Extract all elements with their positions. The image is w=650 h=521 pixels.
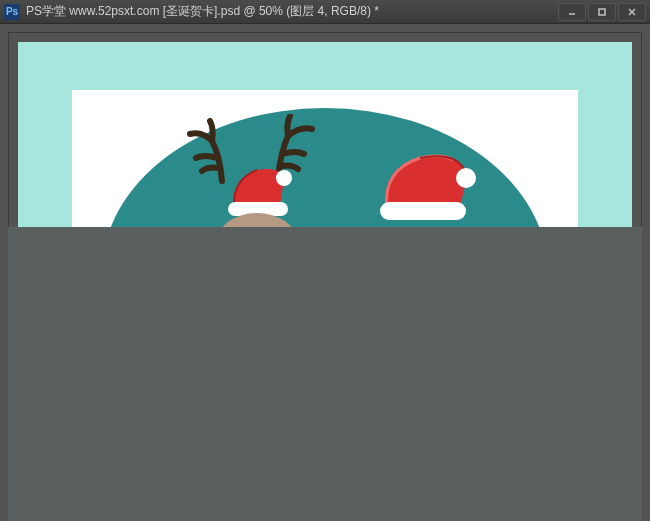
svg-rect-8 bbox=[380, 202, 466, 220]
canvas-viewport[interactable] bbox=[8, 32, 642, 521]
minimize-icon bbox=[567, 7, 577, 17]
close-icon bbox=[627, 7, 637, 17]
titlebar: Ps PS学堂 www.52psxt.com [圣诞贺卡].psd @ 50% … bbox=[0, 0, 650, 24]
svg-point-4 bbox=[276, 170, 292, 186]
minimize-button[interactable] bbox=[558, 3, 586, 21]
app-icon-label: Ps bbox=[6, 6, 18, 17]
svg-point-7 bbox=[456, 168, 476, 188]
svg-rect-1 bbox=[599, 9, 605, 15]
window-title: PS学堂 www.52psxt.com [圣诞贺卡].psd @ 50% (图层… bbox=[26, 3, 558, 20]
santa-hat bbox=[372, 148, 482, 228]
content-area bbox=[0, 24, 650, 521]
window-controls bbox=[558, 3, 646, 21]
photoshop-icon: Ps bbox=[4, 4, 20, 20]
maximize-icon bbox=[597, 7, 607, 17]
photoshop-window: Ps PS学堂 www.52psxt.com [圣诞贺卡].psd @ 50% … bbox=[0, 0, 650, 521]
cropped-region bbox=[8, 227, 642, 521]
maximize-button[interactable] bbox=[588, 3, 616, 21]
close-button[interactable] bbox=[618, 3, 646, 21]
